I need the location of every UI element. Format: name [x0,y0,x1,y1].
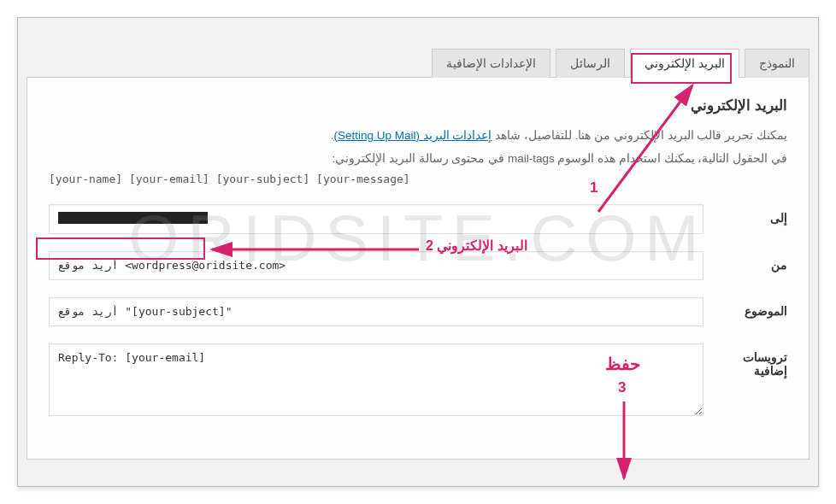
tab-messages[interactable]: الرسائل [556,49,625,78]
tab-mail[interactable]: البريد الإلكتروني [630,49,739,78]
mail-panel: البريد الإلكتروني يمكنك تحرير قالب البري… [26,78,810,460]
from-input[interactable] [49,251,704,280]
from-label: من [727,251,787,272]
desc-line-2: في الحقول التالية، يمكنك استخدام هذه الو… [49,149,787,169]
to-input[interactable] [49,204,704,234]
field-headers: ترويسات إضافية [49,343,787,416]
field-subject: الموضوع [49,297,787,326]
desc-text-1a: يمكنك تحرير قالب البريد الإلكتروني من هن… [492,129,787,142]
headers-label: ترويسات إضافية [727,343,787,378]
tab-additional[interactable]: الإعدادات الإضافية [432,49,550,78]
field-from: من [49,251,787,280]
subject-label: الموضوع [727,297,787,318]
redacted-email [58,212,208,224]
to-label: إلى [727,204,787,225]
settings-panel: النموذج البريد الإلكتروني الرسائل الإعدا… [17,17,819,487]
section-title: البريد الإلكتروني [49,97,787,114]
headers-input[interactable] [49,343,704,416]
setup-mail-link[interactable]: إعدادات البريد (Setting Up Mail) [333,129,492,142]
tab-form[interactable]: النموذج [745,49,810,78]
mail-tags-list: [your-name] [your-email] [your-subject] … [49,173,787,185]
tabs-bar: النموذج البريد الإلكتروني الرسائل الإعدا… [26,48,810,78]
desc-line-1: يمكنك تحرير قالب البريد الإلكتروني من هن… [49,126,787,146]
subject-input[interactable] [49,297,704,326]
field-to: إلى [49,204,787,234]
